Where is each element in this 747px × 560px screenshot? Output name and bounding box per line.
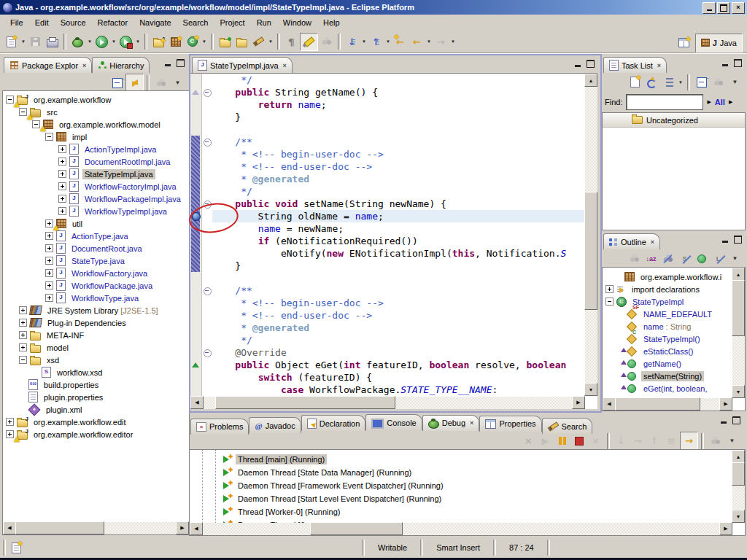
find-input[interactable] <box>626 94 703 110</box>
expand-icon[interactable] <box>19 331 27 339</box>
search-brush-dropdown[interactable]: ▼ <box>267 34 274 50</box>
expand-icon[interactable]: ▶ <box>729 99 732 105</box>
expand-icon[interactable] <box>45 257 53 265</box>
tab-properties[interactable]: Properties <box>479 416 541 432</box>
scrollbar-thumb[interactable] <box>215 396 395 409</box>
collapse-icon[interactable] <box>605 298 614 306</box>
run-external-tools-button[interactable] <box>117 34 134 50</box>
scroll-up-icon[interactable]: ▲ <box>732 268 745 281</box>
thread-row[interactable]: Thread [Worker-0] (Running) <box>222 505 342 518</box>
menu-project[interactable]: Project <box>214 16 250 29</box>
task-view-mode-button[interactable] <box>660 74 677 90</box>
tree-item-actiontypeimpl-java[interactable]: JActionTypeImpl.java <box>58 143 158 155</box>
outline-item-eget-int-boolean-[interactable]: eGet(int, boolean, <box>626 382 709 394</box>
breakpoint-icon[interactable] <box>192 212 201 221</box>
fold-collapse-icon[interactable] <box>204 201 212 209</box>
scroll-up-icon[interactable]: ▲ <box>584 74 597 87</box>
collapse-all-button[interactable]: − <box>693 74 710 90</box>
tree-item-statetype-java[interactable]: JStateType.java <box>45 254 127 267</box>
expand-icon[interactable] <box>58 170 66 178</box>
next-annotation-button[interactable]: ↓ <box>344 34 360 50</box>
last-edit-location-button[interactable]: ← <box>392 34 409 50</box>
close-icon[interactable]: × <box>651 238 654 246</box>
tab-hierarchy[interactable]: Hierarchy <box>92 57 150 73</box>
tree-item-workflowtype-java[interactable]: JWorkflowType.java <box>45 292 141 304</box>
filter-button[interactable] <box>318 34 335 50</box>
task-category-row[interactable]: Uncategorized <box>603 113 745 128</box>
expand-icon[interactable] <box>58 182 66 190</box>
tree-item-org-example-workflow[interactable]: org.example.workflow <box>6 93 113 106</box>
scrollbar-vertical[interactable]: ▲ ▼ <box>732 268 745 398</box>
outline-item-import-declarations[interactable]: import declarations <box>605 283 702 295</box>
highlight-button[interactable] <box>300 33 318 51</box>
thread-row[interactable]: Daemon Thread [State Data Manager] (Runn… <box>222 466 414 478</box>
previous-annotation-button[interactable]: ↑ <box>368 34 384 50</box>
tree-item-src[interactable]: src <box>19 106 60 118</box>
task-view-mode-dropdown[interactable]: ▼ <box>677 74 684 90</box>
task-list-content[interactable]: Uncategorized <box>602 112 746 230</box>
close-icon[interactable]: × <box>82 62 86 69</box>
run-dropdown[interactable]: ▼ <box>110 34 117 50</box>
scroll-right-icon[interactable]: ▶ <box>176 521 189 534</box>
menu-file[interactable]: File <box>4 16 29 29</box>
tab-debug[interactable]: Debug× <box>422 415 480 431</box>
scroll-left-icon[interactable]: ◀ <box>190 396 204 409</box>
tree-item-workflow-xsd[interactable]: Sworkflow.xsd <box>32 366 104 378</box>
tab-outline[interactable]: Outline × <box>603 233 660 249</box>
sort-az-button[interactable]: ↓az <box>643 250 659 267</box>
scroll-left-icon[interactable]: ◀ <box>3 521 16 534</box>
step-over-button[interactable]: → <box>630 432 646 449</box>
tab-package-explorer[interactable]: Package Explor × <box>4 57 92 73</box>
resume-button[interactable]: ▶ <box>537 432 554 449</box>
expand-icon[interactable] <box>58 195 66 203</box>
collapse-icon[interactable] <box>32 120 40 128</box>
scrollbar-thumb[interactable] <box>732 462 745 486</box>
scrollbar-thumb[interactable] <box>615 397 700 411</box>
expand-icon[interactable] <box>45 219 53 228</box>
run-external-tools-dropdown[interactable]: ▼ <box>134 34 142 50</box>
previous-annotation-dropdown[interactable]: ▼ <box>384 34 392 50</box>
expand-icon[interactable] <box>45 269 53 277</box>
menu-help[interactable]: Help <box>317 16 346 29</box>
thread-row[interactable]: Daemon Thread [Start Level Event Dispatc… <box>222 492 444 505</box>
next-annotation-dropdown[interactable]: ▼ <box>360 34 368 50</box>
scrollbar-thumb[interactable] <box>310 522 403 535</box>
minimize-view-button[interactable] <box>719 235 730 244</box>
close-icon[interactable]: × <box>657 62 661 69</box>
suspend-button[interactable] <box>554 432 570 449</box>
maximize-view-button[interactable] <box>732 235 743 244</box>
fold-collapse-icon[interactable] <box>204 349 212 357</box>
expand-icon[interactable] <box>45 244 53 252</box>
collapse-all-button[interactable]: − <box>109 74 125 91</box>
new-java-project-button[interactable] <box>150 34 167 50</box>
scroll-right-icon[interactable]: ▶ <box>719 397 732 411</box>
maximize-editor-button[interactable] <box>585 59 596 69</box>
thread-row[interactable]: Thread [main] (Running) <box>222 453 327 465</box>
menu-search[interactable]: Search <box>177 16 214 29</box>
maximize-button[interactable] <box>717 2 730 14</box>
expand-icon[interactable] <box>58 145 66 153</box>
expand-icon[interactable] <box>58 158 66 166</box>
scrollbar-horizontal[interactable]: ◀ ▶ <box>190 523 732 535</box>
synchronize-button[interactable] <box>643 74 660 90</box>
remove-terminated-button[interactable]: × <box>587 432 604 449</box>
new-wizard-dropdown[interactable]: ▼ <box>20 34 27 50</box>
menu-refactor[interactable]: Refactor <box>92 16 134 29</box>
collapse-icon[interactable] <box>45 133 53 141</box>
editor-vertical-ruler[interactable] <box>190 74 202 396</box>
outline-item-getname-[interactable]: getName() <box>626 357 684 370</box>
scrollbar-thumb[interactable] <box>732 280 745 336</box>
tree-item-documentrootimpl-java[interactable]: JDocumentRootImpl.java <box>58 155 172 168</box>
editor-folding-column[interactable] <box>202 74 212 396</box>
toggle-mark-occurrences-button[interactable]: ¶ <box>283 34 300 50</box>
print-button[interactable] <box>44 34 61 50</box>
tree-item-actiontype-java[interactable]: JActionType.java <box>45 230 131 242</box>
close-icon[interactable]: × <box>283 62 287 69</box>
expand-icon[interactable] <box>19 319 27 327</box>
scroll-left-icon[interactable]: ◀ <box>190 522 203 535</box>
use-step-filters-button[interactable]: → <box>680 432 698 450</box>
save-button[interactable] <box>27 34 44 50</box>
code-text[interactable]: */ public String getName() { return name… <box>212 74 584 396</box>
outline-item-statetypeimpl[interactable]: CStateTypeImpl <box>605 295 686 308</box>
scrollbar-horizontal[interactable]: ◀ ▶ <box>190 397 585 409</box>
